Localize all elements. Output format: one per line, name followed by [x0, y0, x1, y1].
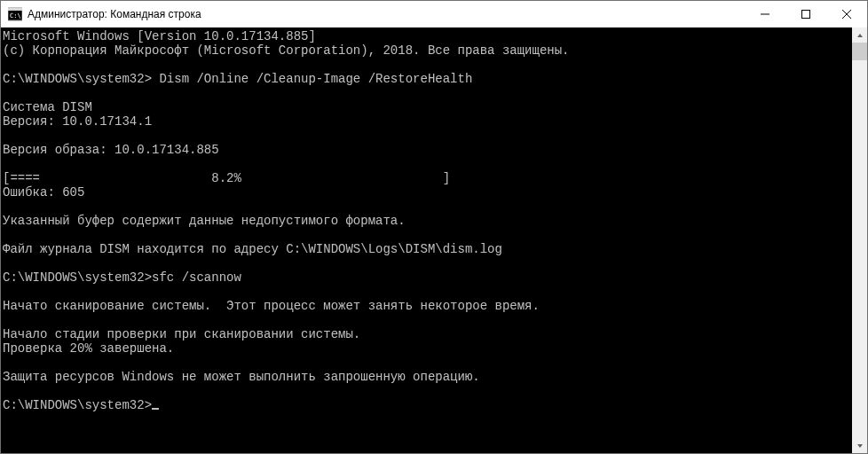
- console-line: (c) Корпорация Майкрософт (Microsoft Cor…: [3, 43, 852, 58]
- console-line: Версия образа: 10.0.17134.885: [3, 143, 852, 157]
- console-line: Cистема DISM: [3, 100, 852, 114]
- console-line: [3, 200, 852, 214]
- console-line: [3, 86, 852, 100]
- console-line: Начало стадии проверки при сканировании …: [3, 327, 852, 341]
- svg-text:C:\: C:\: [10, 12, 21, 20]
- console-line: C:\WINDOWS\system32>: [3, 398, 852, 412]
- maximize-button[interactable]: [785, 1, 826, 27]
- console-line: Microsoft Windows [Version 10.0.17134.88…: [3, 29, 852, 43]
- console-line: C:\WINDOWS\system32> Dism /Online /Clean…: [3, 72, 852, 86]
- scroll-down-button[interactable]: [852, 438, 867, 453]
- text-cursor: [152, 408, 159, 410]
- client-area: Microsoft Windows [Version 10.0.17134.88…: [1, 27, 867, 453]
- console-line: [==== 8.2% ]: [3, 171, 852, 185]
- console-output[interactable]: Microsoft Windows [Version 10.0.17134.88…: [1, 27, 852, 453]
- console-line: Ошибка: 605: [3, 185, 852, 200]
- scrollbar-thumb[interactable]: [852, 43, 867, 60]
- console-line: Начато сканирование системы. Этот процес…: [3, 299, 852, 313]
- console-line: Файл журнала DISM находится по адресу C:…: [3, 242, 852, 256]
- console-line: [3, 256, 852, 270]
- window-title: Администратор: Командная строка: [28, 8, 745, 20]
- console-line: [3, 129, 852, 143]
- svg-marker-7: [857, 34, 863, 37]
- console-line: Версия: 10.0.17134.1: [3, 114, 852, 129]
- vertical-scrollbar[interactable]: [852, 27, 867, 453]
- svg-marker-8: [857, 444, 863, 448]
- console-line: C:\WINDOWS\system32>sfc /scannow: [3, 270, 852, 285]
- console-line: [3, 313, 852, 327]
- window: C:\ Администратор: Командная строка Micr…: [0, 0, 868, 454]
- scroll-up-button[interactable]: [852, 27, 867, 43]
- console-line: Защита ресурсов Windows не может выполни…: [3, 370, 852, 384]
- console-line: [3, 228, 852, 242]
- console-line: [3, 356, 852, 370]
- console-line: Проверка 20% завершена.: [3, 341, 852, 356]
- svg-rect-1: [8, 8, 22, 11]
- console-line: [3, 157, 852, 171]
- cmd-icon: C:\: [8, 7, 22, 21]
- console-line: Указанный буфер содержит данные недопуст…: [3, 214, 852, 228]
- svg-rect-4: [802, 11, 810, 19]
- console-line: [3, 285, 852, 299]
- close-button[interactable]: [826, 1, 867, 27]
- console-line: [3, 58, 852, 72]
- titlebar[interactable]: C:\ Администратор: Командная строка: [1, 1, 867, 27]
- console-line: [3, 384, 852, 398]
- window-controls: [745, 1, 867, 27]
- scrollbar-track[interactable]: [852, 43, 867, 438]
- minimize-button[interactable]: [745, 1, 785, 27]
